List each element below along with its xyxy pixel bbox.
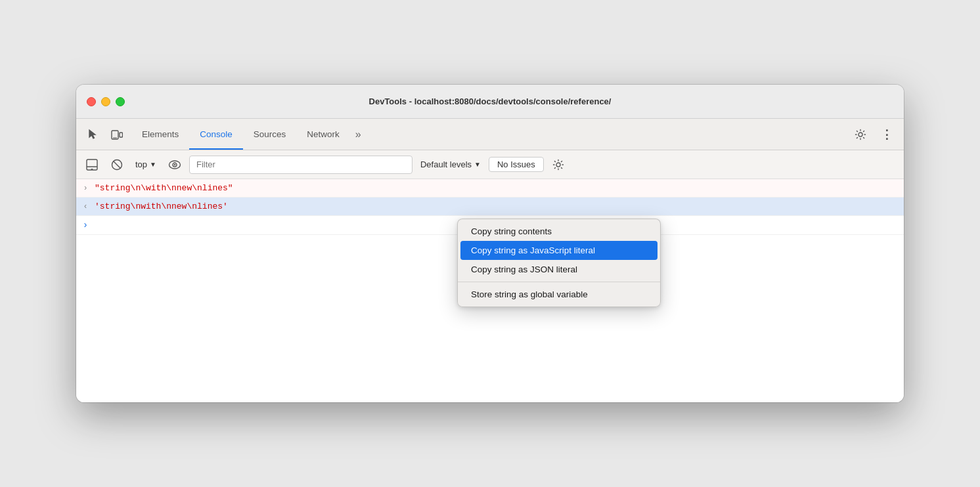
show-drawer-button[interactable] (81, 154, 102, 175)
menu-item-copy-js-literal[interactable]: Copy string as JavaScript literal (460, 241, 657, 260)
eye-icon (167, 159, 182, 171)
tab-network[interactable]: Network (296, 119, 350, 150)
more-options-icon[interactable]: ⋮ (875, 123, 899, 146)
devtools-window: DevTools - localhost:8080/docs/devtools/… (76, 85, 904, 402)
no-issues-button[interactable]: No Issues (489, 157, 544, 172)
levels-dropdown-arrow: ▼ (474, 161, 481, 168)
cursor-icon (87, 129, 99, 140)
tab-elements[interactable]: Elements (131, 119, 189, 150)
console-line-2: ‹ 'string\nwith\nnew\nlines' (76, 198, 904, 216)
settings-icon[interactable] (849, 123, 872, 146)
filter-input[interactable] (189, 156, 412, 174)
tab-console[interactable]: Console (189, 119, 243, 150)
maximize-button[interactable] (116, 97, 125, 106)
console-output: › "string\n\with\nnew\nlines" ‹ 'string\… (76, 179, 904, 402)
input-arrow: ‹ (76, 202, 95, 211)
svg-rect-1 (120, 133, 123, 137)
prompt-arrow: › (76, 220, 95, 230)
menu-item-store-global[interactable]: Store string as global variable (458, 285, 660, 304)
console-gear-icon (552, 159, 564, 171)
menu-separator (458, 282, 660, 282)
console-drawer-icon (85, 158, 99, 171)
device-toolbar-icon[interactable] (105, 123, 129, 146)
window-title: DevTools - localhost:8080/docs/devtools/… (369, 96, 612, 106)
traffic-lights (87, 97, 125, 106)
svg-point-11 (174, 163, 176, 165)
device-icon (111, 129, 123, 140)
devtools-toolbar: Elements Console Sources Network » (76, 119, 904, 150)
menu-item-copy-json-literal[interactable]: Copy string as JSON literal (458, 260, 660, 279)
inspect-icon[interactable] (81, 123, 105, 146)
console-output-text-1: "string\n\with\nnew\nlines" (95, 183, 233, 193)
more-tabs-button[interactable]: » (350, 119, 367, 150)
context-menu: Copy string contents Copy string as Java… (457, 219, 661, 307)
console-settings-button[interactable] (548, 154, 569, 175)
gear-icon (855, 129, 866, 140)
svg-point-3 (858, 133, 862, 137)
svg-line-8 (113, 161, 120, 168)
block-icon (111, 159, 123, 171)
console-toolbar: top ▼ Default levels ▼ No Issues (76, 150, 904, 179)
minimize-button[interactable] (101, 97, 110, 106)
tab-sources[interactable]: Sources (243, 119, 297, 150)
context-label: top (135, 159, 147, 169)
svg-rect-4 (87, 159, 97, 170)
context-selector[interactable]: top ▼ (131, 158, 160, 171)
title-bar: DevTools - localhost:8080/docs/devtools/… (76, 85, 904, 119)
output-arrow: › (76, 184, 95, 193)
show-live-expressions-button[interactable] (164, 154, 185, 175)
console-input-text-2: 'string\nwith\nnew\nlines' (95, 201, 228, 211)
console-line-1: › "string\n\with\nnew\nlines" (76, 179, 904, 198)
close-button[interactable] (87, 97, 96, 106)
default-levels-selector[interactable]: Default levels ▼ (416, 158, 485, 171)
menu-item-copy-string-contents[interactable]: Copy string contents (458, 222, 660, 241)
toolbar-right: ⋮ (849, 123, 899, 146)
svg-point-12 (556, 163, 560, 167)
context-dropdown-arrow: ▼ (150, 161, 156, 168)
clear-console-button[interactable] (106, 154, 127, 175)
main-tabs: Elements Console Sources Network » (131, 119, 367, 150)
